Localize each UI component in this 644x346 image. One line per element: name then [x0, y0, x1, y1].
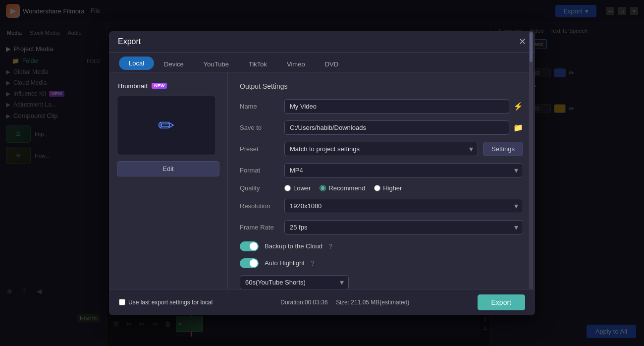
use-last-settings-input[interactable] [119, 299, 125, 305]
quality-recommend[interactable]: Recommend [320, 184, 365, 192]
quality-higher-label: Higher [383, 184, 402, 192]
auto-highlight-toggle[interactable] [240, 258, 259, 268]
format-label: Format [240, 167, 284, 174]
thumbnail-label: Thumbnail: NEW [117, 82, 219, 90]
frame-rate-select-wrapper: 25 fps [284, 220, 523, 234]
save-to-label: Save to [240, 124, 284, 131]
browse-folder-icon[interactable]: 📁 [513, 123, 523, 132]
dialog-tab-dvd[interactable]: DVD [315, 57, 348, 72]
yt-shorts-row: 60s(YouTube Shorts) [240, 275, 523, 289]
export-dialog: Export ✕ Local Device YouTube TikTok Vim… [109, 31, 535, 315]
resolution-label: Resolution [240, 202, 284, 210]
quality-higher-radio[interactable] [374, 185, 380, 191]
export-submit-button[interactable]: Export [478, 294, 525, 310]
quality-label: Quality [240, 184, 284, 192]
scrollbar-thumb [530, 32, 533, 62]
backup-cloud-row: Backup to the Cloud ? [240, 241, 523, 251]
settings-button[interactable]: Settings [483, 142, 523, 156]
ai-icon[interactable]: ⚡ [513, 102, 523, 111]
dialog-body: Thumbnail: NEW ✏ Edit Output Settings Na… [109, 72, 535, 315]
quality-row: Quality Lower Recommend [240, 184, 523, 192]
thumbnail-new-badge: NEW [152, 83, 167, 89]
save-to-input[interactable] [284, 120, 509, 135]
dialog-close-button[interactable]: ✕ [519, 37, 526, 46]
dialog-scrollbar[interactable] [529, 31, 533, 290]
dialog-title: Export [118, 37, 141, 46]
quality-lower-label: Lower [293, 184, 311, 192]
name-input[interactable] [284, 99, 509, 114]
size-text: Size: 211.05 MB(estimated) [336, 299, 409, 306]
frame-rate-select[interactable]: 25 fps [284, 220, 523, 234]
app-background: ▶ Wondershare Filmora File Export ▾ — □ … [0, 0, 644, 346]
dialog-footer: Use last export settings for local Durat… [109, 289, 535, 315]
quality-options: Lower Recommend Higher [284, 184, 402, 192]
dialog-tabs: Local Device YouTube TikTok Vimeo DVD [109, 53, 535, 72]
dialog-tab-local[interactable]: Local [119, 57, 154, 70]
resolution-select[interactable]: 1920x1080 [284, 199, 523, 213]
use-last-settings-checkbox[interactable]: Use last export settings for local [119, 299, 213, 306]
resolution-select-wrapper: 1920x1080 [284, 199, 523, 213]
format-select-wrapper: MP4 [284, 163, 523, 177]
dialog-tab-youtube[interactable]: YouTube [194, 57, 239, 72]
yt-shorts-select[interactable]: 60s(YouTube Shorts) [240, 275, 349, 289]
dialog-tab-device[interactable]: Device [154, 57, 194, 72]
resolution-row: Resolution 1920x1080 [240, 199, 523, 213]
modal-overlay: Export ✕ Local Device YouTube TikTok Vim… [0, 0, 644, 346]
preset-row: Preset Match to project settings Setting… [240, 142, 523, 156]
auto-highlight-label: Auto Highlight [265, 259, 305, 267]
format-select[interactable]: MP4 [284, 163, 523, 177]
yt-select-wrapper: 60s(YouTube Shorts) [240, 275, 349, 289]
dialog-tab-vimeo[interactable]: Vimeo [277, 57, 315, 72]
name-row: Name ⚡ [240, 99, 523, 114]
duration-text: Duration:00:03:36 [280, 299, 327, 306]
quality-lower[interactable]: Lower [284, 184, 311, 192]
preset-select-wrapper: Match to project settings [284, 142, 478, 156]
quality-recommend-radio[interactable] [320, 185, 326, 191]
frame-rate-label: Frame Rate [240, 224, 284, 231]
save-to-row: Save to 📁 [240, 120, 523, 135]
preset-select[interactable]: Match to project settings [284, 142, 478, 156]
dialog-tab-tiktok[interactable]: TikTok [239, 57, 277, 72]
settings-panel: Output Settings Name ⚡ Save to 📁 [228, 72, 535, 315]
name-label: Name [240, 103, 284, 110]
backup-cloud-label: Backup to the Cloud [265, 242, 322, 250]
backup-help-icon[interactable]: ? [328, 242, 332, 250]
thumbnail-panel: Thumbnail: NEW ✏ Edit [109, 72, 228, 315]
thumbnail-edit-button[interactable]: Edit [117, 161, 219, 176]
auto-highlight-help-icon[interactable]: ? [311, 259, 315, 267]
dialog-header: Export ✕ [109, 31, 535, 53]
preset-label: Preset [240, 145, 284, 153]
format-row: Format MP4 [240, 163, 523, 177]
footer-info: Duration:00:03:36 Size: 211.05 MB(estima… [280, 299, 409, 306]
auto-highlight-row: Auto Highlight ? [240, 258, 523, 268]
footer-left: Use last export settings for local [119, 299, 213, 306]
output-title: Output Settings [240, 82, 523, 90]
use-last-settings-label: Use last export settings for local [128, 299, 213, 306]
frame-rate-row: Frame Rate 25 fps [240, 220, 523, 234]
quality-higher[interactable]: Higher [374, 184, 402, 192]
pencil-icon: ✏ [158, 114, 175, 137]
thumbnail-preview: ✏ [117, 96, 216, 155]
backup-cloud-toggle[interactable] [240, 241, 259, 251]
quality-lower-radio[interactable] [284, 185, 291, 191]
quality-recommend-label: Recommend [328, 184, 365, 192]
